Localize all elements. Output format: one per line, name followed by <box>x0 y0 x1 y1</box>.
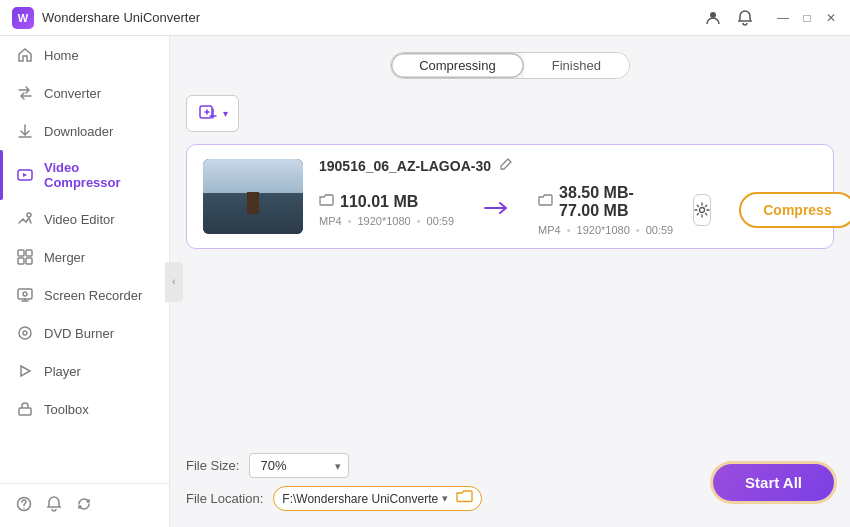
sidebar-footer <box>0 483 169 527</box>
location-dropdown-arrow: ▾ <box>442 492 448 505</box>
add-files-button[interactable]: ▾ <box>186 95 239 132</box>
sidebar: Home Converter Downloader <box>0 36 170 527</box>
help-icon[interactable] <box>16 496 32 515</box>
refresh-icon[interactable] <box>76 496 92 515</box>
dest-format: MP4 <box>538 224 561 236</box>
filename: 190516_06_AZ-LAGOA-30 <box>319 158 491 174</box>
file-details: 110.01 MB MP4 • 1920*1080 • 00:59 <box>319 184 817 236</box>
sidebar-item-home[interactable]: Home <box>0 36 169 74</box>
sidebar-label-downloader: Downloader <box>44 124 113 139</box>
bottom-left: File Size: 70% 50% 30% Custom File Locat… <box>186 453 482 511</box>
file-size-bottom-row: File Size: 70% 50% 30% Custom <box>186 453 482 478</box>
compress-button[interactable]: Compress <box>739 192 850 228</box>
svg-rect-7 <box>18 289 32 299</box>
tab-group: Compressing Finished <box>390 52 630 79</box>
file-name-row: 190516_06_AZ-LAGOA-30 <box>319 157 817 174</box>
video-compressor-icon <box>16 166 34 184</box>
sidebar-item-downloader[interactable]: Downloader <box>0 112 169 150</box>
merger-icon <box>16 248 34 266</box>
title-bar: W Wondershare UniConverter — □ ✕ <box>0 0 850 36</box>
source-duration: 00:59 <box>427 215 455 227</box>
dest-resolution: 1920*1080 <box>577 224 630 236</box>
svg-point-2 <box>27 213 31 217</box>
source-meta: MP4 • 1920*1080 • 00:59 <box>319 215 454 227</box>
sidebar-item-video-editor[interactable]: Video Editor <box>0 200 169 238</box>
svg-rect-3 <box>18 250 24 256</box>
source-resolution: 1920*1080 <box>357 215 410 227</box>
maximize-button[interactable]: □ <box>800 11 814 25</box>
sidebar-label-video-compressor: Video Compressor <box>44 160 153 190</box>
svg-rect-6 <box>26 258 32 264</box>
file-info: 190516_06_AZ-LAGOA-30 <box>319 157 817 236</box>
user-icon[interactable] <box>704 9 722 27</box>
toolbar: ▾ <box>186 95 834 132</box>
converter-icon <box>16 84 34 102</box>
tab-bar: Compressing Finished <box>186 52 834 79</box>
file-location-label: File Location: <box>186 491 263 506</box>
bell-footer-icon[interactable] <box>46 496 62 515</box>
screen-recorder-icon <box>16 286 34 304</box>
sidebar-item-video-compressor[interactable]: Video Compressor <box>0 150 169 200</box>
sidebar-item-toolbox[interactable]: Toolbox <box>0 390 169 428</box>
content-area: Compressing Finished ▾ <box>170 36 850 527</box>
sidebar-item-converter[interactable]: Converter <box>0 74 169 112</box>
sidebar-item-merger[interactable]: Merger <box>0 238 169 276</box>
dest-size-row: 38.50 MB-77.00 MB <box>538 184 673 220</box>
svg-rect-4 <box>26 250 32 256</box>
sidebar-label-home: Home <box>44 48 79 63</box>
svg-point-9 <box>19 327 31 339</box>
svg-point-15 <box>700 208 705 213</box>
settings-icon-button[interactable] <box>693 194 711 226</box>
sidebar-item-player[interactable]: Player <box>0 352 169 390</box>
main-layout: Home Converter Downloader <box>0 36 850 527</box>
file-thumbnail <box>203 159 303 234</box>
location-folder-icon[interactable] <box>456 490 473 507</box>
dest-folder-icon <box>538 194 553 210</box>
dest-size: 38.50 MB-77.00 MB <box>559 184 673 220</box>
add-icon <box>197 101 219 126</box>
sidebar-item-screen-recorder[interactable]: Screen Recorder <box>0 276 169 314</box>
sidebar-label-video-editor: Video Editor <box>44 212 115 227</box>
edit-filename-icon[interactable] <box>499 157 513 174</box>
svg-rect-11 <box>19 408 31 415</box>
app-title: Wondershare UniConverter <box>42 10 200 25</box>
file-location-row: File Location: F:\Wondershare UniConvert… <box>186 486 482 511</box>
minimize-button[interactable]: — <box>776 11 790 25</box>
app-logo: W <box>12 7 34 29</box>
svg-point-10 <box>23 331 27 335</box>
sidebar-label-converter: Converter <box>44 86 101 101</box>
file-size-select[interactable]: 70% 50% 30% Custom <box>249 453 349 478</box>
sidebar-label-dvd-burner: DVD Burner <box>44 326 114 341</box>
arrow-icon <box>482 199 510 222</box>
svg-rect-5 <box>18 258 24 264</box>
source-format: MP4 <box>319 215 342 227</box>
sidebar-label-player: Player <box>44 364 81 379</box>
toolbox-icon <box>16 400 34 418</box>
source-folder-icon <box>319 194 334 210</box>
downloader-icon <box>16 122 34 140</box>
player-icon <box>16 362 34 380</box>
sidebar-collapse-button[interactable]: ‹ <box>165 262 183 302</box>
thumbnail-dock <box>247 192 259 214</box>
start-all-button[interactable]: Start All <box>713 464 834 501</box>
tab-finished[interactable]: Finished <box>524 53 629 78</box>
location-select[interactable]: F:\Wondershare UniConverte <box>282 492 438 506</box>
source-size-row: 110.01 MB <box>319 193 454 211</box>
video-editor-icon <box>16 210 34 228</box>
notification-bell-icon[interactable] <box>736 9 754 27</box>
tab-compressing[interactable]: Compressing <box>391 53 524 78</box>
file-size-select-wrapper: 70% 50% 30% Custom <box>249 453 349 478</box>
sidebar-item-dvd-burner[interactable]: DVD Burner <box>0 314 169 352</box>
sidebar-label-toolbox: Toolbox <box>44 402 89 417</box>
bottom-bar: File Size: 70% 50% 30% Custom File Locat… <box>186 441 834 511</box>
file-dest: 38.50 MB-77.00 MB MP4 • 1920*1080 • 00:5… <box>538 184 673 236</box>
dest-duration: 00:59 <box>646 224 674 236</box>
file-size-label: File Size: <box>186 458 239 473</box>
dvd-burner-icon <box>16 324 34 342</box>
thumbnail-sky <box>203 159 303 193</box>
title-bar-controls: — □ ✕ <box>704 9 838 27</box>
close-button[interactable]: ✕ <box>824 11 838 25</box>
svg-point-8 <box>23 292 27 296</box>
sidebar-label-merger: Merger <box>44 250 85 265</box>
title-bar-left: W Wondershare UniConverter <box>12 7 200 29</box>
